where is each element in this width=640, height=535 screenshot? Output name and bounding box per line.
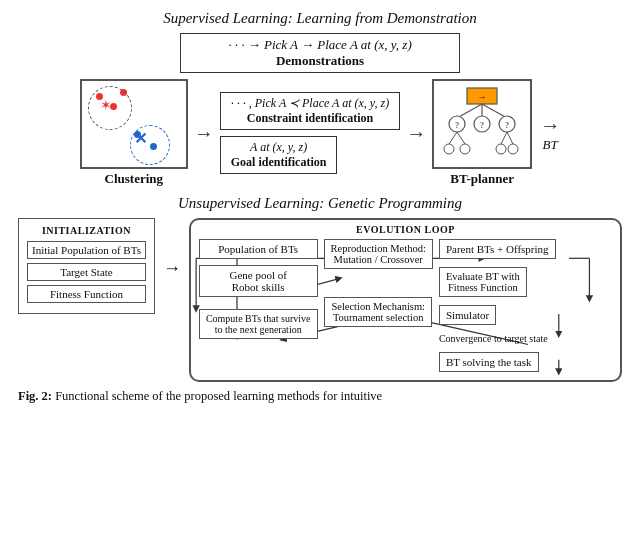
svg-line-2 xyxy=(457,104,482,118)
evaluate-box: Evaluate BT with Fitness Function xyxy=(439,267,527,297)
bt-tree-svg: → ? ? ? xyxy=(437,84,527,164)
arrow-init-to-evo: → xyxy=(163,258,181,279)
arrow-clustering-to-constraint: → xyxy=(194,122,214,145)
svg-text:→: → xyxy=(478,92,487,102)
constraint-goal-stack: · · · , Pick A ≺ Place A at (x, y, z) Co… xyxy=(220,92,400,174)
demonstrations-box: · · · → Pick A → Place A at (x, y, z) De… xyxy=(180,33,460,73)
goal-box: A at (x, y, z) Goal identification xyxy=(220,136,338,174)
selection-box: Selection Mechanism: Tournament selectio… xyxy=(324,297,432,327)
evo-left-column: Population of BTs Gene pool of Robot ski… xyxy=(199,239,318,339)
svg-line-12 xyxy=(457,132,465,144)
evolution-title: EVOLUTION LOOP xyxy=(199,224,612,235)
svg-text:?: ? xyxy=(505,121,509,130)
goal-sequence: A at (x, y, z) xyxy=(231,140,327,155)
compute-box: Compute BTs that survive to the next gen… xyxy=(199,309,318,339)
figure-caption: Fig. 2: Functional scheme of the propose… xyxy=(18,388,622,406)
evo-right-column: Parent BTs + Offspring Evaluate BT with … xyxy=(439,239,556,372)
simulator-box: Simulator xyxy=(439,305,496,325)
clustering-label: Clustering xyxy=(105,171,164,187)
arrow-constraint-to-bt: → xyxy=(406,122,426,145)
clustering-box: ✕ ✶ xyxy=(80,79,188,169)
figure-label: Fig. 2: xyxy=(18,389,52,403)
unsupervised-section: INITIALIZATION Initial Population of BTs… xyxy=(18,218,622,382)
demo-label: Demonstrations xyxy=(195,53,445,69)
svg-point-14 xyxy=(460,144,470,154)
demo-sequence: · · · → Pick A → Place A at (x, y, z) xyxy=(195,37,445,53)
evo-center-column: Reproduction Method: Mutation / Crossove… xyxy=(324,239,433,327)
arrow-bt-output: → xyxy=(540,114,560,137)
bt-planner-box: → ? ? ? xyxy=(432,79,532,169)
svg-line-15 xyxy=(501,132,507,144)
constraint-box: · · · , Pick A ≺ Place A at (x, y, z) Co… xyxy=(220,92,400,130)
svg-point-18 xyxy=(508,144,518,154)
clustering-area: ✕ ✶ Clustering xyxy=(80,79,188,187)
population-bts-box: Population of BTs xyxy=(199,239,318,259)
init-item-target: Target State xyxy=(27,263,146,281)
svg-point-13 xyxy=(444,144,454,154)
init-title: INITIALIZATION xyxy=(27,225,146,236)
constraint-label: Constraint identification xyxy=(231,111,389,126)
init-item-fitness: Fitness Function xyxy=(27,285,146,303)
init-item-population: Initial Population of BTs xyxy=(27,241,146,259)
svg-point-17 xyxy=(496,144,506,154)
svg-text:?: ? xyxy=(480,121,484,130)
bt-planner-area: → ? ? ? xyxy=(432,79,532,187)
reproduction-box: Reproduction Method: Mutation / Crossove… xyxy=(324,239,433,269)
constraint-sequence: · · · , Pick A ≺ Place A at (x, y, z) xyxy=(231,96,389,111)
cluster-star-icon: ✶ xyxy=(100,97,112,114)
supervised-title: Supervised Learning: Learning from Demon… xyxy=(163,10,477,27)
bt-planner-label: BT-planner xyxy=(450,171,514,187)
parent-bts-box: Parent BTs + Offspring xyxy=(439,239,556,259)
cluster-cross-icon: ✕ xyxy=(134,129,147,148)
svg-line-11 xyxy=(449,132,457,144)
svg-line-16 xyxy=(507,132,513,144)
gene-pool-box: Gene pool of Robot skills xyxy=(199,265,318,297)
unsupervised-title: Unsupervised Learning: Genetic Programmi… xyxy=(18,195,622,212)
caption-text: Functional scheme of the proposed learni… xyxy=(52,389,382,403)
convergence-label: Convergence to target state xyxy=(439,333,548,344)
svg-line-4 xyxy=(482,104,507,118)
initialization-box: INITIALIZATION Initial Population of BTs… xyxy=(18,218,155,314)
evolution-loop-box: EVOLUTION LOOP xyxy=(189,218,622,382)
goal-label: Goal identification xyxy=(231,155,327,170)
bt-output-label: BT xyxy=(543,137,558,153)
bt-solving-box: BT solving the task xyxy=(439,352,539,372)
svg-text:?: ? xyxy=(455,121,459,130)
